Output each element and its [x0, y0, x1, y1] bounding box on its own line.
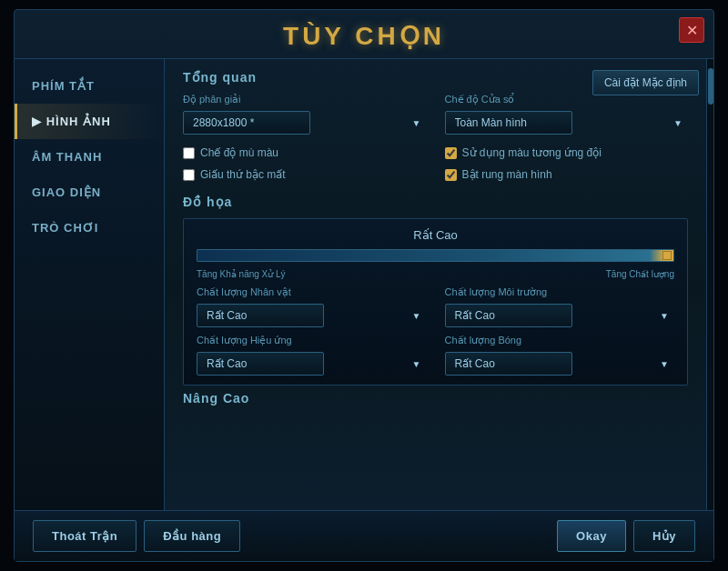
- resolution-select-wrapper: 2880x1800 * 1920x1080 1280x720 ▼: [183, 111, 427, 135]
- colorblind-mode-checkbox[interactable]: [183, 147, 195, 159]
- graphics-preset-label: Rất Cao: [197, 228, 674, 242]
- scrollbar-thumb[interactable]: [708, 68, 713, 105]
- sidebar: PHÍM TẮT ▶ HÌNH ẢNH ÂM THANH GIAO DIỆN T…: [15, 59, 165, 510]
- env-quality-select-wrapper: Rất Cao Cao Trung Bình Thấp ▼: [445, 304, 675, 327]
- window-mode-select-wrapper: Toàn Màn hình Cửa sổ Không viền ▼: [445, 111, 689, 135]
- shadow-quality-group: Chất lượng Bóng Rất Cao Cao Trung Bình T…: [445, 335, 675, 376]
- shadow-quality-select-wrapper: Rất Cao Cao Trung Bình Thấp ▼: [445, 352, 675, 376]
- team-color-row: Sử dụng màu tương ứng đội: [445, 146, 689, 159]
- overview-settings-grid: Độ phân giải 2880x1800 * 1920x1080 1280x…: [183, 94, 688, 135]
- char-quality-select[interactable]: Rất Cao Cao Trung Bình Thấp: [197, 304, 324, 327]
- advanced-section-title: Nâng Cao: [183, 391, 688, 406]
- screen-shake-row: Bật rung màn hình: [445, 168, 689, 181]
- modal-header: TÙY CHỌN ✕: [15, 10, 713, 59]
- resolution-select-arrow: ▼: [412, 118, 421, 128]
- hide-rank-checkbox[interactable]: [183, 169, 195, 181]
- shadow-quality-label: Chất lượng Bóng: [445, 335, 675, 346]
- graphics-section: Đồ họa Rất Cao Tăng Khả năng Xử Lý Tăng …: [183, 195, 688, 386]
- char-quality-label: Chất lượng Nhân vật: [197, 286, 427, 298]
- okay-button[interactable]: Okay: [557, 520, 626, 552]
- effect-quality-arrow: ▼: [412, 359, 421, 369]
- settings-modal: TÙY CHỌN ✕ PHÍM TẮT ▶ HÌNH ẢNH ÂM THANH …: [14, 9, 714, 562]
- env-quality-group: Chất lượng Môi trường Rất Cao Cao Trung …: [445, 286, 675, 327]
- graphics-section-title: Đồ họa: [183, 195, 688, 209]
- screen-shake-label: Bật rung màn hình: [462, 168, 552, 181]
- sidebar-item-phimtat[interactable]: PHÍM TẮT: [15, 68, 164, 104]
- modal-title: TÙY CHỌN: [283, 22, 445, 50]
- team-color-checkbox[interactable]: [445, 147, 457, 159]
- sidebar-item-giaodien[interactable]: GIAO DIỆN: [15, 175, 164, 210]
- surrender-button[interactable]: Đầu hàng: [144, 520, 240, 552]
- effect-quality-select-wrapper: Rất Cao Cao Trung Bình Thấp ▼: [197, 352, 427, 376]
- sidebar-item-trochoi[interactable]: TRÒ CHƠI: [15, 210, 164, 245]
- resolution-label: Độ phân giải: [183, 94, 427, 105]
- resolution-select[interactable]: 2880x1800 * 1920x1080 1280x720: [183, 111, 310, 135]
- checkboxes-grid: Chế độ mù màu Sử dụng màu tương ứng đội …: [183, 144, 688, 184]
- reset-defaults-button[interactable]: Cài đặt Mặc định: [592, 70, 699, 95]
- modal-footer: Thoát Trận Đầu hàng Okay Hủy: [15, 510, 713, 561]
- char-quality-select-wrapper: Rất Cao Cao Trung Bình Thấp ▼: [197, 304, 427, 327]
- graphics-box: Rất Cao Tăng Khả năng Xử Lý Tăng Chất lư…: [183, 218, 688, 386]
- window-mode-group: Chế độ Cửa sổ Toàn Màn hình Cửa sổ Không…: [445, 94, 689, 135]
- colorblind-mode-row: Chế độ mù màu: [183, 146, 427, 159]
- sidebar-item-hinhanh[interactable]: ▶ HÌNH ẢNH: [15, 104, 164, 139]
- quality-slider-thumb[interactable]: [662, 251, 672, 260]
- env-quality-select[interactable]: Rất Cao Cao Trung Bình Thấp: [445, 304, 572, 327]
- cancel-button[interactable]: Hủy: [633, 520, 695, 552]
- sidebar-item-amthanh[interactable]: ÂM THANH: [15, 139, 164, 175]
- char-quality-group: Chất lượng Nhân vật Rất Cao Cao Trung Bì…: [197, 286, 427, 327]
- quality-slider-container: [197, 249, 674, 265]
- shadow-quality-select[interactable]: Rất Cao Cao Trung Bình Thấp: [445, 352, 572, 376]
- slider-left-label: Tăng Khả năng Xử Lý: [197, 269, 286, 279]
- env-quality-label: Chất lượng Môi trường: [445, 286, 675, 298]
- slider-right-label: Tăng Chất lượng: [606, 269, 674, 279]
- window-mode-select[interactable]: Toàn Màn hình Cửa sổ Không viền: [445, 111, 572, 135]
- shadow-quality-arrow: ▼: [660, 359, 669, 369]
- window-mode-select-arrow: ▼: [673, 118, 682, 128]
- team-color-label: Sử dụng màu tương ứng đội: [462, 146, 602, 159]
- main-content: Cài đặt Mặc định Tổng quan Độ phân giải …: [165, 59, 706, 510]
- effect-quality-label: Chất lượng Hiệu ứng: [197, 335, 427, 346]
- env-quality-arrow: ▼: [660, 311, 669, 321]
- effect-quality-group: Chất lượng Hiệu ứng Rất Cao Cao Trung Bì…: [197, 335, 427, 376]
- exit-match-button[interactable]: Thoát Trận: [33, 520, 136, 552]
- scrollbar[interactable]: [706, 59, 713, 510]
- effect-quality-select[interactable]: Rất Cao Cao Trung Bình Thấp: [197, 352, 324, 376]
- hide-rank-label: Giấu thứ bậc mất: [200, 168, 286, 181]
- quality-slider-track: [197, 249, 674, 262]
- active-indicator: ▶: [32, 115, 46, 128]
- footer-spacer: [248, 520, 550, 552]
- char-quality-arrow: ▼: [412, 311, 421, 321]
- slider-labels: Tăng Khả năng Xử Lý Tăng Chất lượng: [197, 269, 674, 279]
- screen-shake-checkbox[interactable]: [445, 169, 457, 181]
- quality-dropdowns-grid: Chất lượng Nhân vật Rất Cao Cao Trung Bì…: [197, 286, 674, 376]
- close-button[interactable]: ✕: [679, 17, 704, 43]
- hide-rank-row: Giấu thứ bậc mất: [183, 168, 427, 181]
- resolution-group: Độ phân giải 2880x1800 * 1920x1080 1280x…: [183, 94, 427, 135]
- colorblind-mode-label: Chế độ mù màu: [200, 146, 278, 159]
- modal-body: PHÍM TẮT ▶ HÌNH ẢNH ÂM THANH GIAO DIỆN T…: [15, 59, 713, 510]
